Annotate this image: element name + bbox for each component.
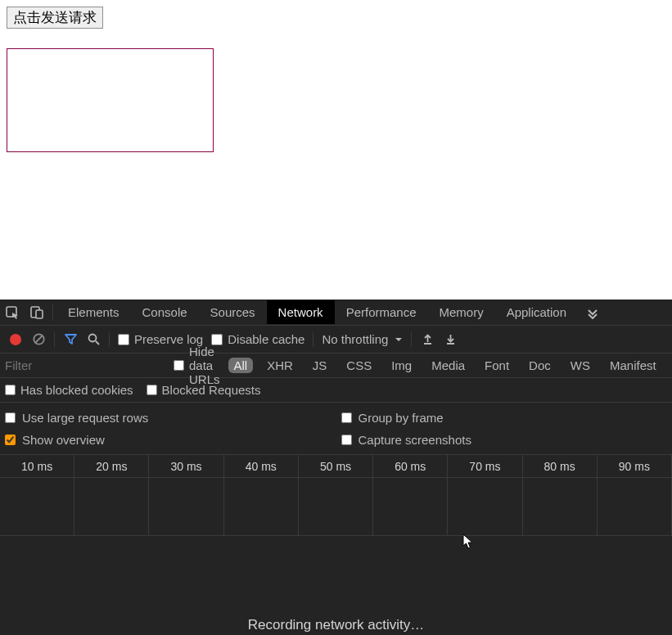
svg-point-5 [88, 335, 96, 342]
device-toggle-icon[interactable] [25, 299, 49, 326]
tab-console[interactable]: Console [131, 300, 199, 324]
group-by-frame-label: Group by frame [359, 411, 444, 425]
timeline-tick: 10 ms [0, 455, 74, 477]
filter-bar: Hide data URLs All XHR JS CSS Img Media … [0, 354, 672, 378]
resource-type-filters: All XHR JS CSS Img Media Font Doc WS Man… [228, 358, 673, 373]
network-toolbar: Preserve log Disable cache No throttling [0, 326, 672, 354]
type-ws[interactable]: WS [565, 358, 596, 373]
timeline-body [0, 478, 672, 535]
timeline-tick: 40 ms [224, 455, 299, 477]
tab-performance[interactable]: Performance [335, 300, 428, 324]
timeline-tick: 90 ms [598, 455, 672, 477]
svg-rect-2 [36, 310, 43, 318]
separator [52, 304, 53, 321]
blocked-requests-label: Blocked Requests [162, 383, 261, 397]
output-box [7, 48, 214, 152]
show-overview-checkbox[interactable]: Show overview [5, 433, 336, 447]
type-doc[interactable]: Doc [523, 358, 557, 373]
options-col-right: Group by frame Capture screenshots [336, 403, 673, 454]
more-tabs-icon[interactable] [578, 306, 607, 319]
use-large-rows-label: Use large request rows [22, 411, 148, 425]
blocked-requests-checkbox[interactable]: Blocked Requests [147, 383, 261, 397]
timeline-tick: 30 ms [149, 455, 223, 477]
disable-cache-label: Disable cache [228, 332, 304, 346]
timeline-tick: 80 ms [523, 455, 598, 477]
timeline-tick: 70 ms [448, 455, 522, 477]
separator [54, 332, 55, 347]
timeline-tick: 20 ms [74, 455, 149, 477]
timeline-header: 10 ms 20 ms 30 ms 40 ms 50 ms 60 ms 70 m… [0, 455, 672, 478]
type-css[interactable]: CSS [341, 358, 377, 373]
separator [109, 332, 110, 347]
capture-screenshots-label: Capture screenshots [359, 433, 471, 447]
type-all[interactable]: All [228, 358, 254, 373]
separator [313, 332, 313, 347]
devtools-panel: Elements Console Sources Network Perform… [0, 299, 672, 635]
throttling-select[interactable]: No throttling [322, 332, 403, 346]
timeline-overview[interactable]: 10 ms 20 ms 30 ms 40 ms 50 ms 60 ms 70 m… [0, 455, 672, 536]
use-large-rows-checkbox[interactable]: Use large request rows [5, 411, 336, 425]
has-blocked-cookies-checkbox[interactable]: Has blocked cookies [5, 383, 133, 397]
network-options: Use large request rows Show overview Gro… [0, 403, 672, 455]
download-icon[interactable] [443, 332, 458, 347]
has-blocked-cookies-label: Has blocked cookies [20, 383, 133, 397]
disable-cache-checkbox[interactable]: Disable cache [211, 332, 304, 346]
group-by-frame-checkbox[interactable]: Group by frame [341, 411, 673, 425]
timeline-tick: 60 ms [373, 455, 448, 477]
tab-application[interactable]: Application [495, 300, 578, 324]
svg-line-6 [96, 341, 99, 345]
type-font[interactable]: Font [479, 358, 515, 373]
chevron-down-icon [395, 336, 403, 344]
type-xhr[interactable]: XHR [261, 358, 299, 373]
filter-input[interactable] [0, 355, 165, 376]
type-js[interactable]: JS [307, 358, 333, 373]
clear-icon[interactable] [31, 332, 46, 347]
page-content: 点击发送请求 [0, 0, 672, 299]
tab-elements[interactable]: Elements [56, 300, 131, 324]
tab-network[interactable]: Network [267, 300, 335, 324]
separator [411, 332, 412, 347]
type-manifest[interactable]: Manifest [604, 358, 662, 373]
inspect-element-icon[interactable] [0, 299, 25, 326]
type-media[interactable]: Media [426, 358, 471, 373]
options-col-left: Use large request rows Show overview [0, 403, 336, 454]
tab-memory[interactable]: Memory [428, 300, 495, 324]
timeline-tick: 50 ms [299, 455, 373, 477]
type-img[interactable]: Img [386, 358, 417, 373]
svg-line-4 [35, 336, 43, 343]
devtools-tabs-bar: Elements Console Sources Network Perform… [0, 299, 672, 326]
filter-icon[interactable] [63, 332, 78, 347]
record-button[interactable] [8, 332, 23, 347]
search-icon[interactable] [86, 332, 101, 347]
recording-status-message: Recording network activity… [0, 536, 672, 635]
show-overview-label: Show overview [22, 433, 105, 447]
filter-bar-2: Has blocked cookies Blocked Requests [0, 378, 672, 403]
tab-sources[interactable]: Sources [199, 300, 267, 324]
upload-icon[interactable] [420, 332, 435, 347]
send-request-button[interactable]: 点击发送请求 [7, 7, 103, 29]
throttling-label: No throttling [322, 332, 388, 346]
capture-screenshots-checkbox[interactable]: Capture screenshots [341, 433, 673, 447]
